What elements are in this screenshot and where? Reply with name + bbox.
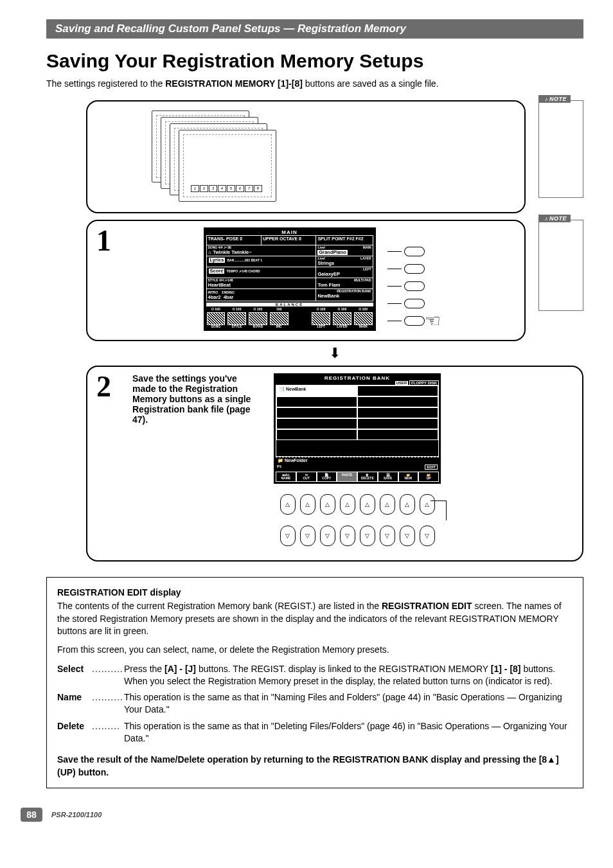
tool-up[interactable]: 📂UP [418,472,439,482]
num-5: 5 [227,185,235,192]
page-indicator: P1 [277,465,281,470]
ud-4-down[interactable]: ▽ [340,526,355,546]
num-6: 6 [236,185,244,192]
folder-newfolder[interactable]: 📁 NewFolder [276,457,439,464]
info-para2: From this screen, you can select, name, … [57,644,573,656]
ud-4-up[interactable]: △ [340,494,355,515]
tab-user[interactable]: USER [395,381,409,385]
note-box-2: NOTE [538,220,583,311]
page-number: 88 [21,808,42,822]
intro-text: The settings registered to the REGISTRAT… [46,78,583,89]
tool-name[interactable]: ■abcNAME [276,472,296,482]
tool-paste[interactable]: PASTE [337,472,357,482]
num-7: 7 [245,185,253,192]
lcd-transpose: TRANS- POSE 0 [206,236,261,245]
tool-delete[interactable]: 🗑DELETE [357,472,378,482]
ud-1-down[interactable]: ▽ [280,526,296,546]
page-title: Saving Your Registration Memory Setups [46,50,583,72]
regbank-lcd: REGISTRATION BANK USER FLOPPY DISK 📑 New… [274,373,441,484]
ud-2-up[interactable]: △ [300,494,315,515]
ud-5-down[interactable]: ▽ [360,526,375,546]
side-button-j[interactable] [404,316,425,326]
note-tab: NOTE [538,95,571,103]
tool-save[interactable]: 💾SAVE [378,472,398,482]
model-label: PSR-2100/1100 [51,811,102,819]
lcd-multipad: MULTI PAD Tom Flam [316,278,373,289]
ud-7-up[interactable]: △ [400,494,415,515]
lcd-intro-ending: INTRO ENDING 4bar2 4bar [206,289,316,301]
step-1-box: 1 MAIN TRANS- POSE 0 UPPER OCTAVE 0 SPLI… [86,220,526,341]
info-title: REGISTRATION EDIT display [57,587,573,599]
step-2-number: 2 [96,369,111,403]
step-2-box: 2 Save the settings you've made to the R… [86,366,583,562]
lcd-balance-sliders: O 100SONG O 100STYLE O 100M.PAD 100MIC O… [206,306,373,328]
edit-tag: EDIT [425,465,438,470]
hand-pointer-icon: ☞ [425,310,441,332]
side-button-h[interactable] [404,281,425,291]
section-header: Saving and Recalling Custom Panel Setups… [46,19,583,39]
side-button-i[interactable] [404,299,425,308]
file-stack-diagram: 1 2 3 4 5 6 7 8 [86,100,526,213]
step-2-text: Save the settings you've made to the Reg… [96,373,254,546]
lcd-octave: UPPER OCTAVE 0 [261,236,315,245]
side-buttons: ☞ [387,227,441,331]
num-8: 8 [254,185,262,192]
ud-1-up[interactable]: △ [280,494,296,515]
ud-8-down[interactable]: ▽ [420,526,435,546]
lcd-split: SPLIT POINT F#2 F#2 [316,236,373,245]
intro-post: buttons are saved as a single file. [303,78,439,89]
ud-3-up[interactable]: △ [320,494,335,515]
regbank-toolbar: ■abcNAME ✄CUT 📄COPY PASTE 🗑DELETE 💾SAVE … [276,472,439,482]
info-save-note: Save the result of the Name/Delete opera… [57,754,573,779]
lcd-layer-voice: Live!LAYER Strings [316,256,373,267]
lcd-lyrics-row: Lyrics BAR............001 BEAT 1 [206,256,316,267]
page-footer: 88 PSR-2100/1100 [21,808,583,822]
info-para1: The contents of the current Registration… [57,600,573,637]
ud-6-up[interactable]: △ [380,494,395,515]
lcd-main-voice: Live!MAIN GrandPiano [316,245,373,256]
lead-line [431,500,447,520]
lcd-style: STYLE 4/4 ♩=148 HeartBeat [206,278,316,289]
lcd-title: MAIN [206,230,373,235]
def-delete: Delete ......... This operation is the s… [57,720,573,745]
lcd-score-row: Score TEMPO ♩=148 CHORD [206,267,316,278]
tool-cut[interactable]: ✄CUT [296,472,317,482]
num-3: 3 [209,185,217,192]
ud-2-down[interactable]: ▽ [300,526,315,546]
step-1-number: 1 [96,224,111,258]
note-tab-2: NOTE [538,215,571,222]
bottom-ud-buttons: △▽ △▽ △▽ △▽ △▽ △▽ △▽ △▽ [274,494,441,546]
num-2: 2 [200,185,208,192]
side-button-f[interactable] [404,247,425,256]
side-button-g[interactable] [404,264,425,274]
numstrip: 1 2 3 4 5 6 7 8 [191,185,262,192]
lcd-regbank: REGISTRATION BANK NewBank [316,289,373,301]
ud-6-down[interactable]: ▽ [380,526,395,546]
main-lcd-screen: MAIN TRANS- POSE 0 UPPER OCTAVE 0 SPLIT … [204,227,376,331]
tool-copy[interactable]: 📄COPY [317,472,337,482]
def-name: Name .......... This operation is the sa… [57,691,573,716]
tab-floppy[interactable]: FLOPPY DISK [409,380,439,385]
lcd-song: SONG 4/4 ♩= 98 ♫ Twinkle Twinkle~ [206,245,316,256]
ud-5-up[interactable]: △ [360,494,375,515]
note-box-1: NOTE [538,100,583,198]
lcd-left-voice: LEFT GalaxyEP [316,267,373,278]
ud-3-down[interactable]: ▽ [320,526,335,546]
intro-pre: The settings registered to the [46,78,165,89]
tool-new[interactable]: 📁NEW [398,472,419,482]
num-1: 1 [191,185,199,192]
def-select: Select .......... Press the [A] - [J] bu… [57,663,573,688]
regbank-file-list: 📑 NewBank [276,385,439,457]
registration-edit-info: REGISTRATION EDIT display The contents o… [46,577,583,788]
file-newbank[interactable]: 📑 NewBank [276,385,357,396]
ud-7-down[interactable]: ▽ [400,526,415,546]
num-4: 4 [218,185,226,192]
down-arrow-icon: ⬇ [86,345,583,362]
intro-bold: REGISTRATION MEMORY [1]-[8] [165,78,303,89]
